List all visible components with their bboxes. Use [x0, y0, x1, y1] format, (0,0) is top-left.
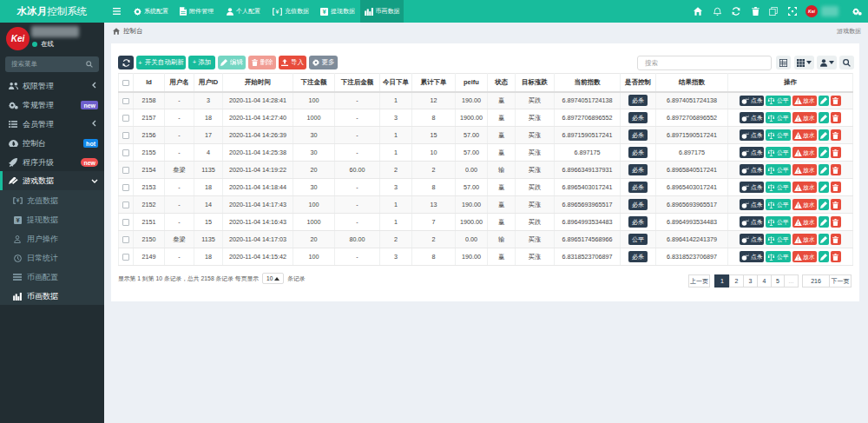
svg-text:¥: ¥ — [16, 197, 19, 203]
svg-text:¥: ¥ — [276, 8, 279, 14]
